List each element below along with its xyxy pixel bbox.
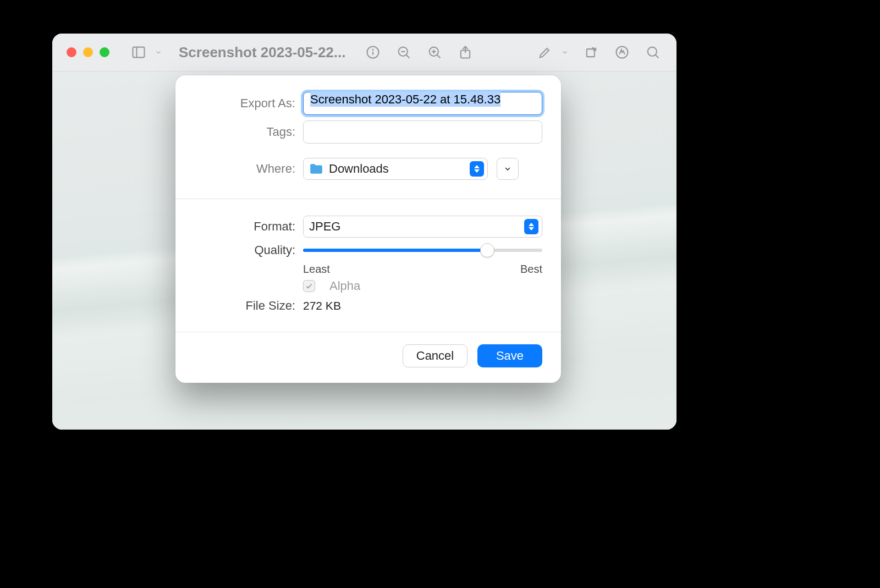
markup-icon[interactable] [536,43,554,62]
where-disclosure-button[interactable] [497,158,519,180]
chevron-down-icon[interactable] [560,43,570,62]
filesize-label: File Size: [194,299,303,313]
export-as-value: Screenshot 2023-05-22 at 15.48.33 [310,92,501,107]
zoom-out-icon[interactable] [394,43,413,62]
svg-point-16 [648,47,657,56]
window-title: Screenshot 2023-05-22... [179,44,346,61]
format-label: Format: [194,219,303,234]
svg-line-6 [406,55,409,58]
fullscreen-window-button[interactable] [100,47,109,57]
tags-input[interactable] [303,120,542,144]
share-icon[interactable] [456,43,475,62]
sidebar-icon[interactable] [129,43,148,62]
export-as-label: Export As: [194,96,303,111]
tags-label: Tags: [194,125,303,139]
export-as-input[interactable]: Screenshot 2023-05-22 at 15.48.33 [303,92,542,115]
minimize-window-button[interactable] [83,47,93,57]
quality-slider[interactable] [303,249,542,252]
updown-icon [470,161,484,177]
where-label: Where: [194,162,303,176]
svg-rect-0 [133,47,145,58]
updown-icon [524,219,538,234]
info-icon[interactable] [364,43,382,62]
chevron-down-icon [503,164,512,173]
close-window-button[interactable] [67,47,76,57]
svg-line-17 [656,55,659,58]
svg-line-9 [437,55,440,58]
format-select[interactable]: JPEG [303,216,542,238]
highlighter-icon[interactable] [613,43,631,62]
folder-icon [309,163,323,175]
where-select[interactable]: Downloads [303,158,488,180]
slider-thumb[interactable] [480,243,494,257]
search-icon[interactable] [644,43,662,62]
cancel-button[interactable]: Cancel [403,344,468,367]
quality-best-label: Best [520,263,542,276]
format-value: JPEG [309,219,519,234]
svg-point-4 [372,50,373,50]
toolbar: Screenshot 2023-05-22... [52,34,676,72]
where-value: Downloads [329,162,464,176]
alpha-checkbox [303,280,315,292]
filesize-value: 272 KB [303,299,341,312]
chevron-down-icon[interactable] [153,43,163,62]
save-button[interactable]: Save [477,344,542,367]
window-controls [67,47,109,57]
alpha-label: Alpha [329,279,360,293]
export-dialog: Export As: Screenshot 2023-05-22 at 15.4… [175,75,561,383]
check-icon [305,282,313,290]
quality-least-label: Least [303,263,330,276]
preview-window: Screenshot 2023-05-22... [52,34,676,430]
rotate-icon[interactable] [582,43,601,62]
dialog-footer: Cancel Save [175,332,561,383]
quality-label: Quality: [194,243,303,257]
zoom-in-icon[interactable] [425,43,444,62]
